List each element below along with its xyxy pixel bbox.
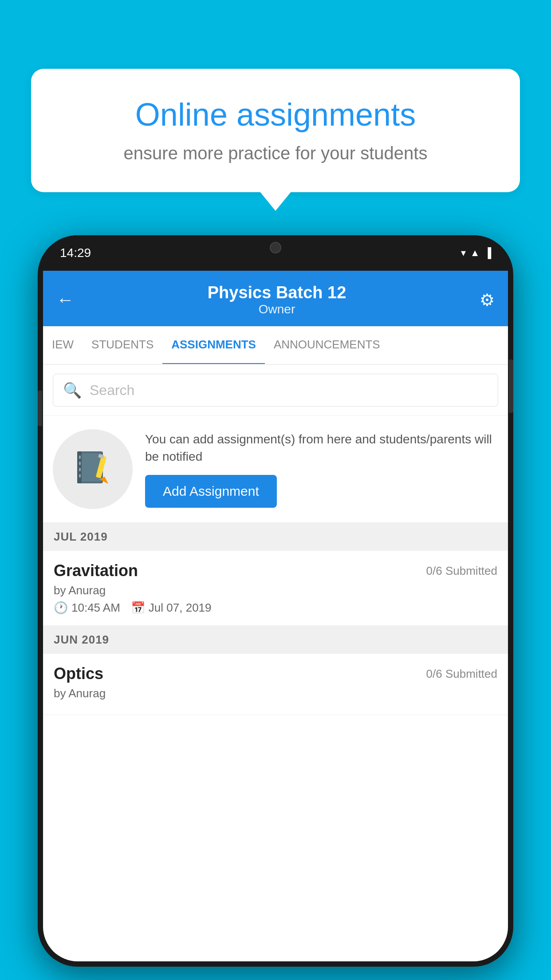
- assignment-title-optics: Optics: [54, 664, 103, 683]
- phone-camera: [270, 242, 281, 253]
- svg-rect-5: [79, 468, 81, 471]
- header-title: Physics Batch 12: [74, 283, 480, 302]
- add-assignment-button[interactable]: Add Assignment: [145, 475, 277, 508]
- settings-icon[interactable]: ⚙: [480, 290, 495, 310]
- assignment-item-optics[interactable]: Optics 0/6 Submitted by Anurag: [43, 654, 508, 715]
- assignment-title: Gravitation: [54, 561, 138, 580]
- app-header: ← Physics Batch 12 Owner ⚙: [43, 271, 508, 326]
- phone-screen: ← Physics Batch 12 Owner ⚙ IEW STUDENTS …: [43, 271, 508, 961]
- header-subtitle: Owner: [74, 302, 480, 316]
- svg-rect-3: [79, 455, 81, 459]
- back-button[interactable]: ←: [56, 290, 74, 310]
- tab-students[interactable]: STUDENTS: [83, 326, 162, 365]
- promo-section: You can add assignment(s) from here and …: [43, 416, 508, 523]
- speech-bubble-subtitle: ensure more practice for your students: [62, 143, 489, 163]
- promo-icon-circle: [53, 429, 133, 509]
- search-placeholder: Search: [90, 382, 134, 399]
- assignment-author: by Anurag: [54, 584, 497, 597]
- tab-announcements[interactable]: ANNOUNCEMENTS: [265, 326, 389, 365]
- svg-rect-6: [79, 474, 81, 478]
- section-header-jul: JUL 2019: [43, 523, 508, 551]
- header-center: Physics Batch 12 Owner: [74, 283, 480, 316]
- assignment-submitted: 0/6 Submitted: [426, 564, 497, 578]
- clock-icon: 🕐: [54, 601, 68, 615]
- promo-right: You can add assignment(s) from here and …: [145, 431, 498, 508]
- speech-bubble-title: Online assignments: [62, 95, 489, 134]
- svg-rect-4: [79, 462, 81, 465]
- phone-side-button-left: [38, 391, 42, 426]
- tabs-container: IEW STUDENTS ASSIGNMENTS ANNOUNCEMENTS: [43, 326, 508, 365]
- assignment-time: 🕐 10:45 AM: [54, 601, 120, 615]
- assignment-meta: 🕐 10:45 AM 📅 Jul 07, 2019: [54, 601, 497, 615]
- phone-side-button-right: [509, 360, 513, 413]
- assignment-author-optics: by Anurag: [54, 687, 497, 700]
- phone-frame: 14:29 ▾ ▲ ▐ ← Physics Batch 12 Owner ⚙ I…: [38, 235, 513, 967]
- calendar-icon: 📅: [131, 601, 145, 615]
- search-input-wrapper[interactable]: 🔍 Search: [53, 374, 498, 407]
- battery-icon: ▐: [484, 247, 491, 259]
- section-header-jun: JUN 2019: [43, 626, 508, 654]
- tab-iew[interactable]: IEW: [43, 326, 83, 365]
- phone-status-bar: 14:29 ▾ ▲ ▐: [38, 235, 513, 271]
- search-container: 🔍 Search: [43, 365, 508, 416]
- search-icon: 🔍: [63, 381, 82, 399]
- status-icons: ▾ ▲ ▐: [461, 247, 491, 259]
- assignment-top-optics: Optics 0/6 Submitted: [54, 664, 497, 683]
- assignment-top: Gravitation 0/6 Submitted: [54, 561, 497, 580]
- speech-bubble-container: Online assignments ensure more practice …: [31, 69, 520, 192]
- signal-icon: ▲: [470, 247, 480, 259]
- promo-text: You can add assignment(s) from here and …: [145, 431, 498, 465]
- tab-assignments[interactable]: ASSIGNMENTS: [162, 326, 265, 365]
- speech-bubble: Online assignments ensure more practice …: [31, 69, 520, 192]
- status-time: 14:29: [60, 246, 91, 260]
- notebook-icon: [73, 449, 113, 489]
- assignment-date: 📅 Jul 07, 2019: [131, 601, 212, 615]
- wifi-icon: ▾: [461, 247, 466, 259]
- phone-notch: [240, 235, 311, 260]
- assignment-submitted-optics: 0/6 Submitted: [426, 667, 497, 681]
- assignment-item-gravitation[interactable]: Gravitation 0/6 Submitted by Anurag 🕐 10…: [43, 551, 508, 626]
